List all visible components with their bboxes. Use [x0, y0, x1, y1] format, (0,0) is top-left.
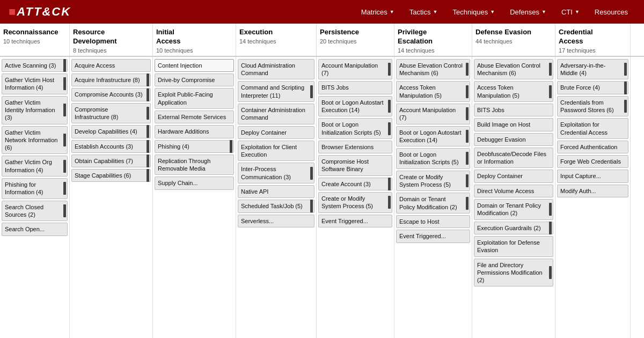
sub-technique-indicator	[549, 85, 552, 98]
technique-defense-2[interactable]: BITS Jobs	[474, 104, 553, 116]
sub-technique-indicator	[147, 155, 149, 167]
nav-matrices[interactable]: Matrices ▼	[354, 0, 402, 24]
technique-label: Boot or Logon Initialization Scripts (5)	[399, 151, 459, 165]
technique-privilege-0[interactable]: Abuse Elevation Control Mechanism (6)	[396, 59, 470, 80]
technique-initial-4[interactable]: Hardware Additions	[155, 125, 234, 138]
technique-label: Cloud Administration Command	[241, 62, 295, 76]
technique-privilege-2[interactable]: Account Manipulation (7)	[396, 104, 470, 124]
technique-defense-8[interactable]: Domain or Tenant Policy Modification (2)	[474, 199, 553, 220]
technique-persistence-6[interactable]: Create Account (3)	[318, 178, 392, 190]
sub-technique-indicator	[63, 134, 66, 146]
technique-execution-1[interactable]: Command and Scripting Interpreter (11)	[238, 81, 314, 102]
technique-label: Establish Accounts (3)	[75, 143, 133, 150]
sub-technique-indicator	[388, 63, 391, 76]
technique-defense-10[interactable]: Exploitation for Defense Evasion	[474, 236, 553, 257]
technique-credential-7[interactable]: Modify Auth...	[557, 185, 628, 197]
technique-privilege-4[interactable]: Boot or Logon Initialization Scripts (5)	[396, 148, 470, 169]
technique-execution-7[interactable]: Scheduled Task/Job (5)	[238, 200, 314, 212]
technique-defense-3[interactable]: Build Image on Host	[474, 118, 553, 131]
technique-defense-9[interactable]: Execution Guardrails (2)	[474, 222, 553, 234]
technique-recon-7[interactable]: Search Open...	[2, 223, 68, 236]
technique-recon-3[interactable]: Gather Victim Network Information (6)	[2, 126, 68, 155]
nav-defenses[interactable]: Defenses ▼	[502, 0, 554, 24]
technique-label: Brute Force (4)	[560, 84, 600, 91]
matrix-wrapper: Reconnaissance 10 techniques ResourceDev…	[0, 24, 644, 338]
technique-privilege-1[interactable]: Access Token Manipulation (5)	[396, 81, 470, 102]
nav-cti[interactable]: CTI ▼	[554, 0, 587, 24]
technique-initial-0[interactable]: Content Injection	[155, 59, 234, 72]
technique-persistence-2[interactable]: Boot or Logon Autostart Execution (14)	[318, 96, 392, 117]
matrix-col-credential: Adversary-in-the-Middle (4)Brute Force (…	[555, 57, 631, 338]
technique-persistence-0[interactable]: Account Manipulation (7)	[318, 59, 392, 80]
technique-privilege-3[interactable]: Boot or Logon Autostart Execution (14)	[396, 126, 470, 147]
technique-credential-3[interactable]: Exploitation for Credential Access	[557, 118, 628, 139]
technique-defense-0[interactable]: Abuse Elevation Control Mechanism (6)	[474, 59, 553, 80]
technique-resource-1[interactable]: Acquire Infrastructure (8)	[71, 74, 151, 86]
sub-technique-indicator	[63, 160, 66, 173]
technique-initial-6[interactable]: Replication Through Removable Media	[155, 155, 234, 175]
technique-credential-4[interactable]: Forced Authentication	[557, 141, 628, 153]
technique-persistence-3[interactable]: Boot or Logon Initialization Scripts (5)	[318, 118, 392, 139]
technique-execution-2[interactable]: Container Administration Command	[238, 104, 314, 124]
technique-defense-7[interactable]: Direct Volume Access	[474, 185, 553, 197]
sub-technique-indicator	[147, 140, 149, 153]
technique-persistence-8[interactable]: Event Triggered...	[318, 215, 392, 227]
technique-persistence-7[interactable]: Create or Modify System Process (5)	[318, 192, 392, 213]
technique-recon-1[interactable]: Gather Victim Host Information (4)	[2, 74, 68, 94]
technique-credential-6[interactable]: Input Capture...	[557, 170, 628, 182]
technique-resource-3[interactable]: Compromise Infrastructure (8)	[71, 103, 151, 124]
technique-initial-3[interactable]: External Remote Services	[155, 111, 234, 123]
matrices-chevron: ▼	[390, 9, 394, 14]
technique-resource-0[interactable]: Acquire Access	[71, 59, 151, 72]
nav-resources[interactable]: Resources	[587, 0, 635, 24]
technique-initial-7[interactable]: Supply Chain...	[155, 177, 234, 189]
technique-execution-4[interactable]: Exploitation for Client Execution	[238, 141, 314, 161]
technique-resource-5[interactable]: Establish Accounts (3)	[71, 140, 151, 153]
technique-resource-4[interactable]: Develop Capabilities (4)	[71, 125, 151, 138]
technique-label: Obtain Capabilities (7)	[75, 158, 133, 164]
technique-defense-5[interactable]: Deobfuscate/Decode Files or Information	[474, 148, 553, 168]
technique-persistence-1[interactable]: BITS Jobs	[318, 81, 392, 94]
technique-privilege-6[interactable]: Domain or Tenant Policy Modification (2)	[396, 193, 470, 214]
technique-initial-2[interactable]: Exploit Public-Facing Application	[155, 88, 234, 109]
technique-resource-6[interactable]: Obtain Capabilities (7)	[71, 155, 151, 167]
nav-techniques[interactable]: Techniques ▼	[445, 0, 502, 24]
technique-defense-1[interactable]: Access Token Manipulation (5)	[474, 81, 553, 102]
technique-recon-4[interactable]: Gather Victim Org Information (4)	[2, 156, 68, 177]
technique-label: Deploy Container	[241, 129, 287, 136]
technique-execution-8[interactable]: Serverless...	[238, 215, 314, 227]
technique-initial-1[interactable]: Drive-by Compromise	[155, 74, 234, 86]
sub-technique-indicator	[63, 59, 66, 72]
technique-defense-4[interactable]: Debugger Evasion	[474, 133, 553, 146]
sub-technique-indicator	[388, 178, 391, 190]
technique-resource-7[interactable]: Stage Capabilities (6)	[71, 169, 151, 182]
sub-technique-indicator	[147, 74, 149, 86]
technique-persistence-4[interactable]: Browser Extensions	[318, 141, 392, 153]
technique-credential-5[interactable]: Forge Web Credentials	[557, 155, 628, 168]
technique-persistence-5[interactable]: Compromise Host Software Binary	[318, 155, 392, 176]
defenses-chevron: ▼	[541, 9, 546, 14]
technique-execution-5[interactable]: Inter-Process Communication (3)	[238, 163, 314, 183]
technique-credential-1[interactable]: Brute Force (4)	[557, 81, 628, 94]
technique-resource-2[interactable]: Compromise Accounts (3)	[71, 88, 151, 101]
technique-initial-5[interactable]: Phishing (4)	[155, 140, 234, 153]
col-header-execution: Execution 14 techniques	[236, 24, 317, 56]
technique-privilege-5[interactable]: Create or Modify System Process (5)	[396, 171, 470, 192]
technique-credential-2[interactable]: Credentials from Password Stores (6)	[557, 96, 628, 117]
technique-recon-0[interactable]: Active Scanning (3)	[2, 59, 68, 72]
technique-recon-5[interactable]: Phishing for Information (4)	[2, 178, 68, 199]
technique-credential-0[interactable]: Adversary-in-the-Middle (4)	[557, 59, 628, 80]
technique-privilege-7[interactable]: Escape to Host	[396, 215, 470, 228]
technique-label: Event Triggered...	[399, 233, 446, 239]
technique-execution-0[interactable]: Cloud Administration Command	[238, 59, 314, 80]
technique-execution-6[interactable]: Native API	[238, 185, 314, 198]
sub-technique-indicator	[310, 85, 313, 98]
technique-recon-2[interactable]: Gather Victim Identity Information (3)	[2, 96, 68, 124]
technique-execution-3[interactable]: Deploy Container	[238, 126, 314, 139]
sub-technique-indicator	[466, 85, 469, 98]
technique-defense-6[interactable]: Deploy Container	[474, 170, 553, 182]
nav-tactics[interactable]: Tactics ▼	[402, 0, 445, 24]
technique-privilege-8[interactable]: Event Triggered...	[396, 230, 470, 243]
technique-defense-11[interactable]: File and Directory Permissions Modificat…	[474, 259, 553, 287]
technique-recon-6[interactable]: Search Closed Sources (2)	[2, 201, 68, 222]
